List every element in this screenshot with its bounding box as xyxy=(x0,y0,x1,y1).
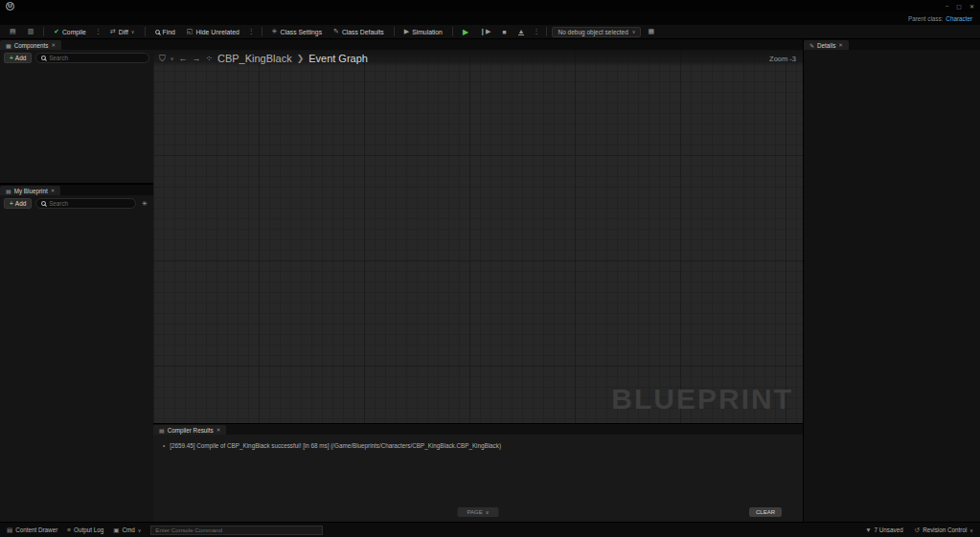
find-button[interactable]: Find xyxy=(150,27,180,37)
play-icon: ▶ xyxy=(463,28,468,36)
graph-icon: ⁘ xyxy=(205,54,213,63)
components-panel: ▦ Components ✕ +Add xyxy=(0,39,153,183)
console-command-input[interactable] xyxy=(155,526,318,533)
breadcrumb-current[interactable]: Event Graph xyxy=(308,53,368,64)
blueprint-icon: ▤ xyxy=(6,188,11,194)
class-defaults-button[interactable]: ✎Class Defaults xyxy=(329,26,389,37)
maximize-button[interactable]: ▢ xyxy=(956,3,962,10)
debug-filter-icon: ▦ xyxy=(648,28,654,35)
revision-control-icon: ↺ xyxy=(915,526,920,534)
class-settings-button[interactable]: ✳Class Settings xyxy=(267,26,327,37)
save-icon: ▼ xyxy=(865,526,871,533)
class-defaults-icon: ✎ xyxy=(333,28,339,35)
zoom-level-label: Zoom -3 xyxy=(769,55,796,63)
back-arrow-icon[interactable]: ← xyxy=(178,54,187,63)
simulation-button[interactable]: ▶Simulation xyxy=(399,26,447,37)
content-drawer-button[interactable]: ▤Content Drawer xyxy=(7,526,57,534)
chevron-down-icon: ∨ xyxy=(138,527,142,533)
compiler-results-tab[interactable]: ▤ Compiler Results ✕ xyxy=(153,425,226,435)
left-panel-column: ▦ Components ✕ +Add ▤ My Blueprint ✕ +A xyxy=(0,39,153,522)
cmd-select[interactable]: ▣Cmd∨ xyxy=(113,526,141,534)
close-icon[interactable]: ✕ xyxy=(217,427,221,433)
compiler-results-panel: ▤ Compiler Results ✕ • [2659.45] Compile… xyxy=(153,423,803,522)
cmd-icon: ▣ xyxy=(113,526,119,534)
compile-options-button[interactable]: ⋮ xyxy=(93,28,103,35)
hide-unrelated-icon: ◱ xyxy=(187,28,194,35)
components-icon: ▦ xyxy=(6,42,11,49)
graph-editor-column: ⛉ ∨ ← → ⁘ CBP_KingBlack ❯ Event Graph Zo… xyxy=(153,39,803,522)
revision-control-button[interactable]: ↺Revision Control∨ xyxy=(915,526,973,534)
chevron-down-icon: ∨ xyxy=(969,527,973,533)
output-log-button[interactable]: ≡Output Log xyxy=(67,526,103,533)
chevron-down-icon: ∨ xyxy=(632,29,636,34)
pencil-icon: ✎ xyxy=(809,42,814,49)
status-bar: ▤Content Drawer ≡Output Log ▣Cmd∨ ▼7 Uns… xyxy=(0,522,980,537)
minimize-button[interactable]: – xyxy=(946,3,948,10)
compile-success-icon: ✔ xyxy=(54,28,59,35)
graph-breadcrumb-bar: ⛉ ∨ ← → ⁘ CBP_KingBlack ❯ Event Graph xyxy=(153,50,803,67)
details-tab[interactable]: ✎ Details ✕ xyxy=(804,40,849,50)
diff-button[interactable]: ⇄Diff∨ xyxy=(105,26,140,37)
search-icon xyxy=(155,30,160,34)
components-search-input[interactable] xyxy=(49,55,144,61)
close-button[interactable]: ✕ xyxy=(969,3,974,10)
browse-button[interactable]: ▥ xyxy=(23,26,39,37)
save-button[interactable]: ▤ xyxy=(5,26,21,37)
title-bar: U – ▢ ✕ xyxy=(0,0,980,11)
chevron-down-icon[interactable]: ∨ xyxy=(171,56,174,61)
search-icon xyxy=(41,201,46,206)
search-icon xyxy=(41,56,46,60)
play-button[interactable]: ▶ xyxy=(458,26,473,38)
graph-tab-bar xyxy=(153,39,803,50)
diff-icon: ⇄ xyxy=(110,28,116,35)
frame-skip-button[interactable]: ❙▶ xyxy=(475,26,495,37)
chevron-down-icon: ∨ xyxy=(131,29,135,34)
parent-class-value[interactable]: Character xyxy=(946,15,972,22)
close-icon[interactable]: ✕ xyxy=(51,188,56,193)
chevron-down-icon: ∨ xyxy=(486,509,490,515)
main-toolbar: ▤ ▥ ✔Compile ⋮ ⇄Diff∨ Find ◱Hide Unrelat… xyxy=(0,25,980,39)
gear-icon: ✳ xyxy=(272,28,278,35)
parent-class: Parent class: Character xyxy=(900,11,980,25)
components-search[interactable] xyxy=(35,53,149,63)
frame-skip-icon: ❙▶ xyxy=(480,28,490,35)
console-command-field[interactable] xyxy=(150,526,323,535)
compiler-log-line: • [2659.45] Compile of CBP_KingBlack suc… xyxy=(153,435,803,457)
clear-button[interactable]: CLEAR xyxy=(749,507,782,517)
stop-icon: ■ xyxy=(502,29,506,35)
output-log-icon: ≡ xyxy=(67,526,71,533)
my-blueprint-search[interactable] xyxy=(35,198,136,209)
hide-unrelated-options-button[interactable]: ⋮ xyxy=(246,28,257,35)
graph-canvas[interactable]: ⛉ ∨ ← → ⁘ CBP_KingBlack ❯ Event Graph Zo… xyxy=(153,50,803,423)
components-tab[interactable]: ▦ Components ✕ xyxy=(0,40,61,50)
save-icon: ▤ xyxy=(10,28,16,35)
my-blueprint-tab[interactable]: ▤ My Blueprint ✕ xyxy=(0,186,60,195)
close-icon[interactable]: ✕ xyxy=(51,42,56,48)
hide-unrelated-button[interactable]: ◱Hide Unrelated xyxy=(182,26,244,37)
eject-button[interactable]: ▲ xyxy=(513,27,530,37)
tab-filler xyxy=(0,11,900,25)
close-icon[interactable]: ✕ xyxy=(838,42,843,48)
page-button[interactable]: PAGE∨ xyxy=(458,507,499,517)
debug-object-select[interactable]: No debug object selected∨ xyxy=(552,27,641,37)
details-panel: ✎ Details ✕ xyxy=(803,39,980,522)
my-blueprint-search-input[interactable] xyxy=(49,200,130,207)
breadcrumb-root[interactable]: CBP_KingBlack xyxy=(217,53,292,64)
compiler-message: [2659.45] Compile of CBP_KingBlack succe… xyxy=(170,442,501,449)
unsaved-button[interactable]: ▼7 Unsaved xyxy=(865,526,903,534)
blueprint-watermark: BLUEPRINT xyxy=(611,383,793,415)
gear-icon[interactable]: ✳ xyxy=(140,200,149,208)
add-component-button[interactable]: +Add xyxy=(4,53,32,63)
play-options-button[interactable]: ⋮ xyxy=(531,28,541,35)
asset-tab-bar: Parent class: Character xyxy=(0,11,980,25)
add-blueprint-item-button[interactable]: +Add xyxy=(4,198,32,209)
stop-button[interactable]: ■ xyxy=(497,27,511,37)
eject-icon: ▲ xyxy=(518,29,525,35)
bookmark-icon[interactable]: ⛉ xyxy=(159,54,166,64)
compile-button[interactable]: ✔Compile xyxy=(49,26,91,37)
breadcrumb-separator: ❯ xyxy=(297,54,305,63)
compiler-icon: ▤ xyxy=(159,427,165,434)
details-body xyxy=(804,50,980,522)
forward-arrow-icon[interactable]: → xyxy=(192,54,200,63)
debug-filter-button[interactable]: ▦ xyxy=(643,26,659,37)
